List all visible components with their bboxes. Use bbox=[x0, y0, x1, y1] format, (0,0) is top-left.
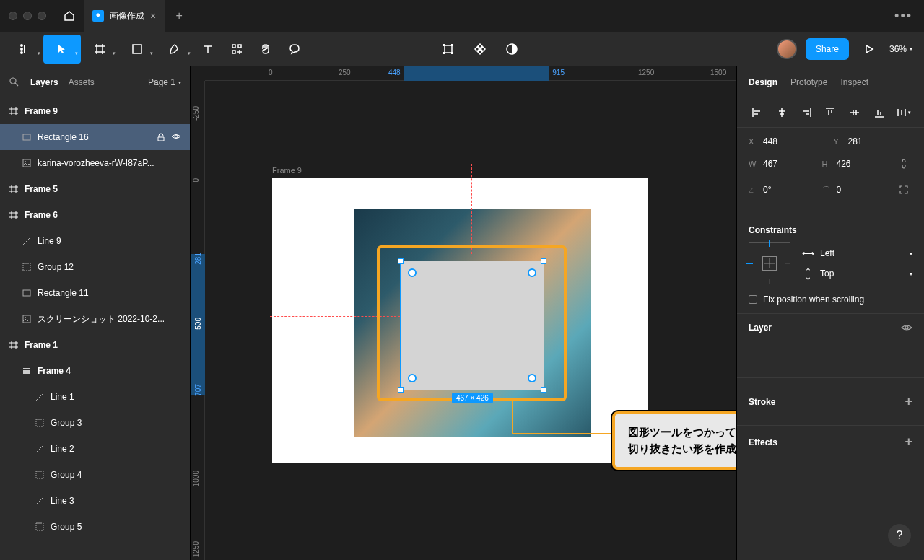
align-center-v-icon[interactable] bbox=[846, 104, 863, 121]
lock-icon[interactable] bbox=[157, 133, 165, 141]
resources-tool[interactable] bbox=[222, 35, 251, 64]
y-value[interactable]: 281 bbox=[848, 136, 863, 146]
layer-name: Rectangle 11 bbox=[38, 288, 89, 298]
callout-connector bbox=[512, 433, 616, 434]
corner-radius-value[interactable]: 0 bbox=[837, 185, 842, 195]
selected-rectangle[interactable] bbox=[400, 261, 544, 390]
share-button[interactable]: Share bbox=[806, 38, 849, 60]
page-selector[interactable]: Page 1 ▾ bbox=[148, 77, 181, 87]
layer-row[interactable]: Group 4 bbox=[0, 462, 190, 488]
user-avatar[interactable] bbox=[777, 39, 797, 59]
layer-name: Group 4 bbox=[51, 470, 82, 480]
add-effect-button[interactable]: + bbox=[905, 434, 912, 450]
shape-tool[interactable]: ▾ bbox=[118, 35, 156, 64]
link-dimensions-icon[interactable] bbox=[895, 155, 912, 172]
distribute-icon[interactable]: ▾ bbox=[895, 104, 912, 121]
align-bottom-icon[interactable] bbox=[871, 104, 888, 121]
layer-row[interactable]: Frame 6 bbox=[0, 202, 190, 228]
resize-handle-se[interactable] bbox=[541, 387, 546, 393]
annotation-callout: 図形ツールをつかって、 切り抜きたい形を作成する。 bbox=[612, 411, 736, 470]
move-tool[interactable]: ▾ bbox=[43, 35, 81, 64]
layer-row[interactable]: Rectangle 16 bbox=[0, 124, 190, 150]
inspect-tab[interactable]: Inspect bbox=[840, 77, 868, 87]
resize-handle-nw[interactable] bbox=[398, 258, 404, 264]
maximize-window-icon[interactable] bbox=[38, 12, 46, 20]
align-right-icon[interactable] bbox=[798, 104, 815, 121]
constraints-widget[interactable] bbox=[749, 242, 790, 284]
rotation-value[interactable]: 0° bbox=[763, 185, 771, 195]
layer-visibility-icon[interactable] bbox=[901, 323, 912, 332]
comment-tool[interactable] bbox=[280, 35, 309, 64]
close-tab-icon[interactable]: × bbox=[150, 10, 156, 22]
layer-row[interactable]: Line 3 bbox=[0, 488, 190, 514]
constraints-title: Constraints bbox=[749, 225, 912, 235]
tab-current-file[interactable]: 画像作成 × bbox=[84, 0, 165, 32]
canvas[interactable]: 0 250 750 1250 1500 448 915 -250 0 1000 … bbox=[191, 66, 736, 560]
layer-type-icon bbox=[9, 184, 19, 194]
corner-radius-handle[interactable] bbox=[408, 374, 417, 382]
layer-name: Group 3 bbox=[51, 418, 82, 428]
frame-tool[interactable]: ▾ bbox=[81, 35, 118, 64]
layers-tab[interactable]: Layers bbox=[30, 77, 58, 87]
close-window-icon[interactable] bbox=[9, 12, 17, 20]
resize-handle-ne[interactable] bbox=[541, 258, 546, 264]
svg-point-14 bbox=[10, 78, 16, 84]
align-top-icon[interactable] bbox=[821, 104, 839, 121]
layer-row[interactable]: Group 12 bbox=[0, 254, 190, 280]
align-center-h-icon[interactable] bbox=[773, 104, 790, 121]
present-button[interactable] bbox=[858, 38, 881, 61]
corner-radius-handle[interactable] bbox=[528, 374, 536, 382]
constraint-horizontal[interactable]: ⟷Left▾ bbox=[802, 248, 912, 258]
independent-corners-icon[interactable] bbox=[895, 181, 912, 198]
more-menu-icon[interactable]: ••• bbox=[883, 9, 924, 24]
layer-row[interactable]: Rectangle 11 bbox=[0, 280, 190, 306]
component-tool[interactable] bbox=[466, 35, 494, 64]
resize-handle-sw[interactable] bbox=[398, 387, 404, 393]
svg-point-2 bbox=[20, 51, 23, 54]
zoom-dropdown[interactable]: 36% ▾ bbox=[889, 44, 918, 54]
text-tool[interactable] bbox=[193, 35, 222, 64]
help-button[interactable]: ? bbox=[888, 524, 911, 547]
layer-row[interactable]: Frame 5 bbox=[0, 176, 190, 202]
titlebar: 画像作成 × + ••• bbox=[0, 0, 924, 32]
layer-row[interactable]: Group 3 bbox=[0, 410, 190, 436]
layer-row[interactable]: Frame 9 bbox=[0, 98, 190, 124]
prototype-tab[interactable]: Prototype bbox=[790, 77, 827, 87]
constraint-vertical[interactable]: ⟷Top▾ bbox=[802, 268, 912, 279]
mask-tool[interactable] bbox=[497, 35, 526, 64]
layer-row[interactable]: Frame 1 bbox=[0, 332, 190, 358]
layer-row[interactable]: karina-vorozheeva-rW-I87aP... bbox=[0, 150, 190, 176]
pen-tool[interactable]: ▾ bbox=[156, 35, 193, 64]
layer-type-icon bbox=[35, 444, 45, 454]
layer-row[interactable]: Line 2 bbox=[0, 436, 190, 462]
svg-rect-17 bbox=[23, 159, 30, 167]
layer-row[interactable]: スクリーンショット 2022-10-2... bbox=[0, 306, 190, 332]
height-value[interactable]: 426 bbox=[837, 159, 851, 169]
minimize-window-icon[interactable] bbox=[23, 12, 32, 20]
layer-type-icon bbox=[22, 132, 32, 142]
hand-tool[interactable] bbox=[251, 35, 280, 64]
search-icon[interactable] bbox=[9, 76, 20, 88]
layer-row[interactable]: Line 9 bbox=[0, 228, 190, 254]
add-stroke-button[interactable]: + bbox=[905, 394, 912, 409]
svg-point-0 bbox=[20, 44, 23, 47]
scrollbar-thumb[interactable] bbox=[736, 378, 737, 421]
frame-label[interactable]: Frame 9 bbox=[272, 166, 302, 175]
svg-rect-25 bbox=[36, 523, 43, 530]
home-button[interactable] bbox=[55, 0, 84, 32]
width-value[interactable]: 467 bbox=[763, 159, 777, 169]
edit-object-tool[interactable] bbox=[434, 35, 463, 64]
layer-row[interactable]: Group 5 bbox=[0, 514, 190, 540]
design-tab[interactable]: Design bbox=[749, 77, 777, 87]
assets-tab[interactable]: Assets bbox=[69, 77, 95, 87]
layer-row[interactable]: Frame 4 bbox=[0, 358, 190, 384]
fix-position-checkbox[interactable]: Fix position when scrolling bbox=[749, 294, 912, 305]
layer-row[interactable]: Line 1 bbox=[0, 384, 190, 410]
x-value[interactable]: 448 bbox=[763, 136, 777, 146]
new-tab-button[interactable]: + bbox=[165, 0, 193, 32]
corner-radius-handle[interactable] bbox=[408, 268, 417, 277]
main-menu-button[interactable]: ▾ bbox=[6, 35, 43, 64]
visibility-icon[interactable] bbox=[171, 133, 181, 141]
align-left-icon[interactable] bbox=[749, 104, 766, 121]
corner-radius-handle[interactable] bbox=[528, 268, 536, 277]
